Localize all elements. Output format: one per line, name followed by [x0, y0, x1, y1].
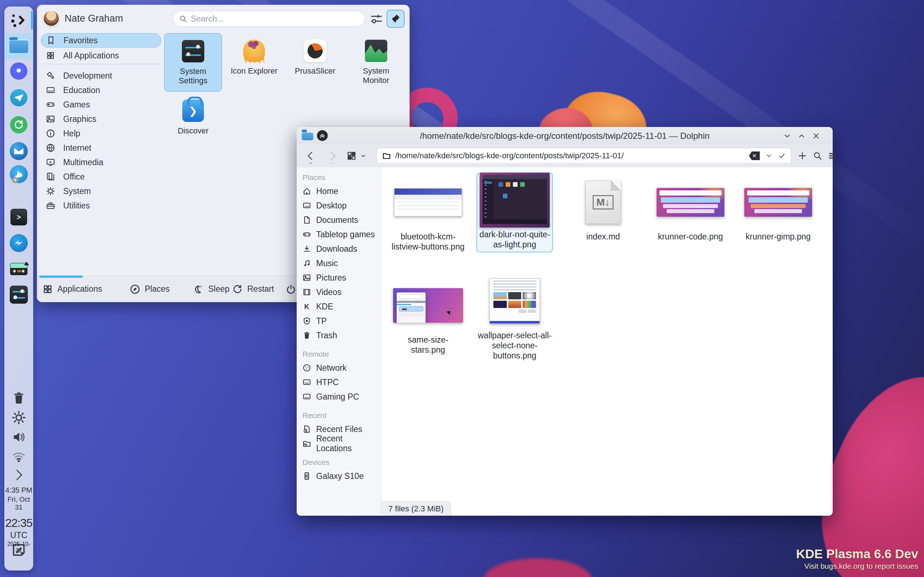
launcher-search-field[interactable] [173, 11, 365, 27]
tab-places[interactable]: Places [129, 276, 170, 302]
category-development[interactable]: Development [41, 69, 162, 83]
file-wallpaper-select-all-select-none-buttons[interactable]: wallpaper-select-all-select-none-buttons… [477, 274, 553, 361]
file-krunner-code[interactable]: krunner-code.png [652, 175, 729, 242]
tray-expander[interactable] [4, 466, 33, 484]
remote-htpc[interactable]: HTPC [300, 376, 378, 389]
remote-gaming-pc[interactable]: Gaming PC [300, 390, 378, 403]
file-index-md[interactable]: M↓ index.md [565, 175, 641, 242]
trash-widget[interactable] [4, 390, 33, 407]
tab-applications[interactable]: Applications [42, 276, 102, 302]
place-label: Desktop [316, 201, 347, 211]
app-tile-discover[interactable]: ❯ Discover [164, 93, 222, 152]
task-konsole[interactable]: > [4, 208, 33, 226]
location-bar[interactable]: /home/nate/kde/src/blogs-kde-org/content… [377, 148, 791, 164]
place-desktop[interactable]: Desktop [300, 199, 378, 212]
search-button[interactable] [813, 151, 822, 161]
restart-button[interactable]: Restart [232, 276, 274, 302]
brightness-tray[interactable] [4, 410, 33, 425]
app-tile-icon-explorer[interactable]: Icon Explorer [225, 33, 283, 92]
task-discord[interactable] [4, 62, 33, 80]
app-launcher-button[interactable] [4, 10, 33, 30]
category-help[interactable]: Help [41, 126, 162, 141]
place-pictures[interactable]: Pictures [300, 271, 378, 284]
task-thunderbird[interactable] [4, 141, 33, 161]
file-thumbnail [744, 188, 812, 217]
location-dropdown-chevron[interactable] [766, 153, 772, 159]
launcher-header: Nate Graham [37, 5, 409, 32]
close-button[interactable] [812, 132, 821, 140]
place-home[interactable]: Home [300, 185, 378, 198]
task-sync-app[interactable] [4, 116, 33, 134]
task-librewolf[interactable]: + [4, 164, 33, 184]
search-input[interactable] [191, 14, 359, 24]
back-button[interactable] [305, 150, 316, 161]
file-dark-blur-not-quite-as-light[interactable]: dark-blur-not-quite-as-light.png [477, 172, 553, 253]
pin-button[interactable] [386, 10, 405, 28]
file-same-size-stars[interactable]: same-size-stars.png [390, 279, 466, 355]
task-cassette-app[interactable] [4, 259, 33, 279]
place-label: Recent Files [316, 424, 362, 434]
monitor-icon [302, 392, 311, 401]
category-games[interactable]: Games [41, 97, 162, 112]
app-tile-system-monitor[interactable]: System Monitor [347, 33, 405, 92]
place-videos[interactable]: Videos [300, 285, 378, 298]
category-education[interactable]: Education [41, 83, 162, 97]
user-avatar[interactable] [43, 10, 60, 27]
task-system-settings[interactable] [4, 285, 33, 305]
place-downloads[interactable]: Downloads [300, 242, 378, 255]
minimize-button[interactable] [783, 132, 792, 140]
category-system[interactable]: System [41, 184, 162, 198]
place-documents[interactable]: Documents [300, 213, 378, 226]
place-tp[interactable]: TP [300, 314, 378, 327]
trash-icon [11, 391, 26, 405]
status-text: 7 files (2.3 MiB) [388, 504, 444, 514]
film-icon [302, 288, 311, 297]
category-graphics[interactable]: Graphics [41, 112, 162, 126]
titlebar[interactable]: /home/nate/kde/src/blogs-kde-org/content… [297, 127, 833, 144]
place-music[interactable]: Music [300, 257, 378, 270]
forward-history-chevron[interactable] [331, 161, 335, 166]
maximize-button[interactable] [797, 132, 806, 140]
app-tile-system-settings[interactable]: System Settings [164, 33, 222, 92]
category-all-applications[interactable]: All Applications [41, 48, 162, 63]
place-tabletop-games[interactable]: Tabletop games [300, 228, 378, 241]
configure-button[interactable] [370, 12, 383, 25]
category-label: Games [63, 100, 90, 110]
network-tray[interactable] [4, 449, 33, 464]
hamburger-menu-button[interactable] [828, 151, 837, 161]
view-mode-chevron[interactable] [360, 153, 366, 159]
sleep-button[interactable]: Sleep [193, 276, 229, 302]
plasma-panel: + > [4, 6, 33, 571]
file-thumbnail [480, 173, 550, 227]
task-dolphin[interactable] [4, 36, 33, 56]
category-utilities[interactable]: Utilities [41, 198, 162, 213]
device-galaxy-s10e[interactable]: Galaxy S10e [300, 469, 378, 482]
remote-network[interactable]: Network [300, 361, 378, 374]
forward-button[interactable] [327, 150, 339, 161]
plus-badge-icon: + [12, 177, 18, 183]
category-multimedia[interactable]: Multimedia [41, 155, 162, 169]
note-pencil-icon [11, 542, 26, 558]
view-mode-button[interactable] [347, 151, 357, 161]
split-add-button[interactable] [798, 151, 807, 161]
place-trash[interactable]: Trash [300, 329, 378, 342]
file-bluetooth-kcm-listview-buttons[interactable]: bluetooth-kcm-listview-buttons.png [390, 175, 466, 252]
clear-location-icon[interactable]: ✕ [749, 152, 760, 160]
task-telegram[interactable] [4, 89, 33, 107]
app-tile-prusaslicer[interactable]: PrusaSlicer [286, 33, 344, 92]
accept-location-check-icon[interactable] [778, 152, 786, 160]
category-office[interactable]: Office [41, 169, 162, 184]
notes-widget[interactable] [4, 541, 33, 559]
location-path[interactable]: /home/nate/kde/src/blogs-kde-org/content… [395, 151, 749, 161]
category-favorites[interactable]: Favorites [41, 33, 162, 48]
discover-icon: ❯ [182, 100, 204, 122]
volume-tray[interactable] [4, 429, 33, 445]
grid-icon [46, 51, 55, 60]
category-internet[interactable]: Internet [41, 141, 162, 155]
back-history-chevron[interactable] [308, 161, 313, 166]
place-kde[interactable]: KDE [300, 300, 378, 313]
file-krunner-gimp[interactable]: krunner-gimp.png [740, 175, 816, 242]
recent-locations[interactable]: Recent Locations [300, 437, 378, 450]
prusaslicer-icon [304, 39, 327, 62]
task-blue-bird-app[interactable] [4, 234, 33, 253]
